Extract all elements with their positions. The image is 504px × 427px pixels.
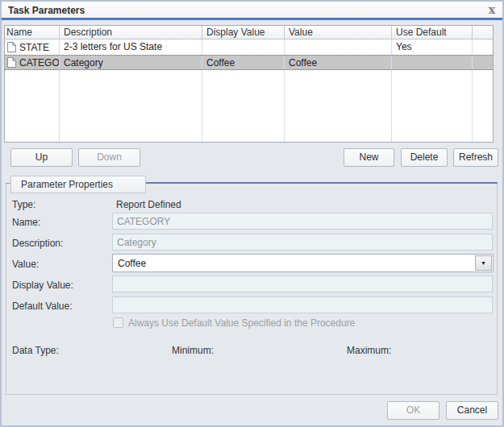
table-header-row: Name Description Display Value Value Use… <box>5 26 493 39</box>
title-accent-line <box>2 18 502 20</box>
param-value: Coffee <box>285 56 392 69</box>
up-button[interactable]: Up <box>10 148 73 167</box>
new-button[interactable]: New <box>344 148 394 167</box>
cancel-button[interactable]: Cancel <box>446 401 498 420</box>
minimum-label: Minimum: <box>172 345 214 356</box>
column-header-name: Name <box>5 26 60 39</box>
column-header-blank <box>473 26 493 39</box>
table-row-selected[interactable]: CATEGORY Category Coffee Coffee <box>5 55 493 70</box>
title-bar: Task Parameters x <box>2 2 502 18</box>
param-display-value: Coffee <box>202 56 285 69</box>
groupbox-legend: Parameter Properties <box>10 176 146 193</box>
column-header-description: Description <box>60 26 202 39</box>
default-value-label: Default Value: <box>12 301 73 312</box>
column-header-use-default: Use Default <box>392 26 473 39</box>
ok-button[interactable]: OK <box>387 401 439 420</box>
param-description: 2-3 letters for US State <box>60 39 202 55</box>
delete-button[interactable]: Delete <box>401 148 448 167</box>
dialog-title: Task Parameters <box>8 5 85 16</box>
parameters-table: Name Description Display Value Value Use… <box>4 25 494 143</box>
document-icon <box>6 41 17 53</box>
always-use-default-label: Always Use Default Value Specified in th… <box>128 317 355 329</box>
display-value-label: Display Value: <box>12 280 73 291</box>
refresh-button[interactable]: Refresh <box>453 148 498 167</box>
param-display-value <box>202 39 285 55</box>
always-use-default-checkbox[interactable] <box>113 317 123 328</box>
param-name: CATEGORY <box>19 56 60 69</box>
type-value: Report Defined <box>116 199 181 210</box>
maximum-label: Maximum: <box>347 345 391 356</box>
param-use-default <box>392 56 473 69</box>
param-use-default: Yes <box>392 39 473 55</box>
param-name: STATE <box>19 40 49 55</box>
column-header-value: Value <box>285 26 392 39</box>
value-combobox-text: Coffee <box>118 258 146 269</box>
value-combobox[interactable]: Coffee ▼ <box>112 254 494 272</box>
groupbox-top-line <box>146 182 498 184</box>
table-empty-area <box>5 70 493 142</box>
task-parameters-dialog: Task Parameters x Name Description Displ… <box>0 0 504 427</box>
param-value <box>285 39 392 55</box>
chevron-down-icon[interactable]: ▼ <box>475 255 492 271</box>
value-label: Value: <box>12 259 39 270</box>
param-description: Category <box>60 56 202 69</box>
description-field[interactable] <box>112 234 493 251</box>
column-header-display-value: Display Value <box>202 26 285 39</box>
data-type-label: Data Type: <box>12 345 59 356</box>
display-value-field[interactable] <box>112 276 493 292</box>
description-label: Description: <box>12 238 63 249</box>
close-icon[interactable]: x <box>489 3 495 16</box>
table-row[interactable]: STATE 2-3 letters for US State Yes <box>5 39 493 55</box>
type-label: Type: <box>12 199 35 210</box>
name-field[interactable] <box>112 213 493 230</box>
default-value-field[interactable] <box>112 296 493 313</box>
name-label: Name: <box>12 217 40 228</box>
down-button[interactable]: Down <box>78 148 140 167</box>
document-icon <box>6 56 17 68</box>
